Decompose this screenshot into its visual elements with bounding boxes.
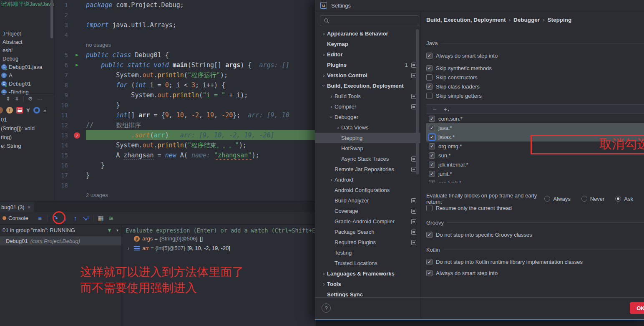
- settings-tree-item[interactable]: Keymap: [315, 39, 420, 49]
- class-pattern-row[interactable]: ✓java.*: [426, 123, 644, 132]
- class-pattern-row[interactable]: ✓jdk.internal.*: [426, 160, 644, 169]
- settings-tree-item[interactable]: ›Debugger: [315, 112, 420, 122]
- run-to-cursor-icon[interactable]: ↘ᴵ: [80, 215, 91, 222]
- project-scrollbar[interactable]: [50, 0, 53, 38]
- code-line[interactable]: 1package com.Project.Debug;: [55, 0, 316, 10]
- code-line[interactable]: 16 }: [55, 160, 316, 170]
- chevron-collapsed-icon[interactable]: ›: [328, 177, 335, 183]
- structure-item[interactable]: ring): [0, 133, 54, 142]
- code-line[interactable]: 12// 数组排序: [55, 120, 316, 130]
- code-line[interactable]: 18: [55, 180, 316, 190]
- code-line[interactable]: 13✓ .sort(arr) arr: [9, 10, -2, 19, -20]: [55, 130, 316, 140]
- code-editor[interactable]: 1package com.Project.Debug;23import java…: [54, 0, 316, 202]
- structure-item[interactable]: 01: [0, 115, 54, 124]
- settings-tree-item[interactable]: ›Android: [315, 174, 420, 185]
- step-out-icon[interactable]: ↑: [70, 215, 80, 222]
- code-line[interactable]: 17}: [55, 170, 316, 180]
- resume-option-checkbox[interactable]: [426, 205, 433, 211]
- settings-tree-item[interactable]: ›Tools: [315, 279, 420, 289]
- hide-panel-icon[interactable]: —: [37, 96, 42, 102]
- structure-item[interactable]: (String[]): void: [0, 124, 54, 133]
- class-pattern-row[interactable]: ✓com.sun.*: [426, 114, 644, 123]
- project-tree-item[interactable]: CA: [0, 71, 54, 79]
- variable-row[interactable]: pargs={String[0]@506}[]: [121, 234, 316, 243]
- class-pattern-checkbox[interactable]: ✓: [429, 125, 435, 131]
- java-option-checkbox[interactable]: ✓: [426, 83, 433, 90]
- evaluate-expression-icon[interactable]: ▦: [96, 215, 106, 222]
- settings-tree-scrollbar[interactable]: [416, 29, 419, 174]
- settings-tree-item[interactable]: Trusted Locations: [315, 258, 420, 268]
- settings-tree-item[interactable]: Plugins1: [315, 60, 420, 70]
- radio-never[interactable]: [581, 196, 587, 202]
- settings-tree-item[interactable]: ›Build, Execution, Deployment: [315, 81, 420, 91]
- filter-funnel-icon[interactable]: ▼: [107, 227, 112, 233]
- code-line[interactable]: 4: [55, 30, 316, 40]
- class-pattern-checkbox[interactable]: ✓: [429, 152, 435, 159]
- code-line[interactable]: 11 int[] arr = {9, 10, -2, 19, -20}; arr…: [55, 110, 316, 120]
- breakpoint-icon[interactable]: ✓: [74, 132, 80, 139]
- java-option-checkbox[interactable]: [426, 93, 433, 99]
- add-class-button[interactable]: +: [443, 106, 447, 113]
- code-line[interactable]: 7 System.out.println("程序运行");: [55, 70, 316, 80]
- breadcrumb-item[interactable]: Build, Execution, Deployment: [426, 17, 506, 23]
- settings-tree-item[interactable]: ›Appearance & Behavior: [315, 28, 420, 39]
- breadcrumb-item[interactable]: Debugger: [513, 17, 540, 23]
- settings-tree-item[interactable]: ›Build Tools: [315, 91, 420, 101]
- lock-icon[interactable]: [16, 107, 23, 114]
- code-line[interactable]: 10 }: [55, 100, 316, 110]
- remove-class-button[interactable]: −: [433, 106, 437, 113]
- structure-item[interactable]: e: String: [0, 142, 54, 150]
- settings-tree-item[interactable]: ›Version Control: [315, 70, 420, 81]
- radio-always[interactable]: [544, 196, 550, 202]
- kotlin-option-checkbox[interactable]: ✓: [426, 259, 433, 265]
- visibility-ring-icon[interactable]: [33, 107, 40, 114]
- settings-tree-item[interactable]: Testing: [315, 248, 420, 258]
- f-circle-icon[interactable]: f: [6, 107, 13, 114]
- java-option-checkbox[interactable]: ✓: [426, 65, 433, 71]
- mute-breakpoints-icon[interactable]: ≋: [106, 215, 116, 222]
- debug-session-row[interactable]: 01 in group "main": RUNNING ▼ ▾: [0, 225, 121, 235]
- project-tree-item[interactable]: Debug: [0, 54, 54, 63]
- settings-tree-item[interactable]: ›Editor: [315, 49, 420, 60]
- chevron-expanded-icon[interactable]: ›: [321, 83, 327, 89]
- settings-tree-item[interactable]: Gradle-Android Compiler: [315, 216, 420, 227]
- chevron-collapsed-icon[interactable]: ›: [328, 93, 335, 99]
- code-line[interactable]: 2: [55, 10, 316, 20]
- chevron-collapsed-icon[interactable]: ›: [335, 124, 341, 131]
- variable-row[interactable]: ›arr={int[5]@507}[9, 10, -2, 19, -20]: [121, 243, 316, 253]
- chevron-down-icon[interactable]: ▾: [116, 228, 118, 232]
- chevron-collapsed-icon[interactable]: ›: [321, 281, 327, 287]
- code-line[interactable]: 3import java.util.Arrays;: [55, 20, 316, 30]
- collapse-all-icon[interactable]: ⇳: [15, 96, 19, 102]
- stack-frame-row[interactable]: Debug01 (com.Project.Debug): [0, 236, 121, 245]
- kotlin-option-checkbox[interactable]: ✓: [426, 270, 433, 276]
- console-tab[interactable]: Console: [8, 215, 28, 221]
- settings-tree-item[interactable]: ›Compiler: [315, 101, 420, 112]
- settings-search-input[interactable]: [320, 15, 419, 26]
- code-line[interactable]: 8 for (int i = 0; i < 3; i++) {: [55, 80, 316, 90]
- class-pattern-checkbox[interactable]: ✓: [429, 162, 435, 168]
- more-chevrons-icon[interactable]: »: [43, 107, 46, 114]
- code-line[interactable]: 5▶public class Debug01 {: [55, 50, 316, 60]
- ok-button[interactable]: OK: [630, 302, 644, 314]
- java-option-checkbox[interactable]: [426, 74, 433, 81]
- class-pattern-checkbox[interactable]: ✓: [429, 143, 435, 149]
- chevron-expanded-icon[interactable]: ›: [328, 114, 335, 120]
- frames-menu-icon[interactable]: ≡: [35, 215, 45, 222]
- debug-session-tab[interactable]: bug01 (3) ×: [0, 202, 34, 212]
- chevron-collapsed-icon[interactable]: ›: [328, 104, 335, 110]
- project-tree-item[interactable]: CDebug01: [0, 79, 54, 88]
- settings-tree-item[interactable]: Remote Jar Repositories: [315, 164, 420, 174]
- breadcrumb-item[interactable]: Stepping: [548, 17, 572, 23]
- class-pattern-checkbox[interactable]: ✓: [429, 116, 435, 122]
- groovy-option-checkbox[interactable]: ✓: [426, 232, 433, 238]
- settings-tree-item[interactable]: Required Plugins: [315, 237, 420, 248]
- run-icon[interactable]: ▶: [75, 50, 78, 60]
- chevron-collapsed-icon[interactable]: ›: [321, 72, 327, 78]
- settings-tree-item[interactable]: Async Stack Traces: [315, 154, 420, 164]
- settings-tree-item[interactable]: Stepping: [315, 133, 420, 143]
- expand-chevron-icon[interactable]: ›: [126, 245, 131, 251]
- class-pattern-row[interactable]: ✓org.junit.*: [426, 178, 644, 182]
- field-icon[interactable]: [0, 107, 3, 114]
- project-tree-item[interactable]: .Project: [0, 29, 54, 38]
